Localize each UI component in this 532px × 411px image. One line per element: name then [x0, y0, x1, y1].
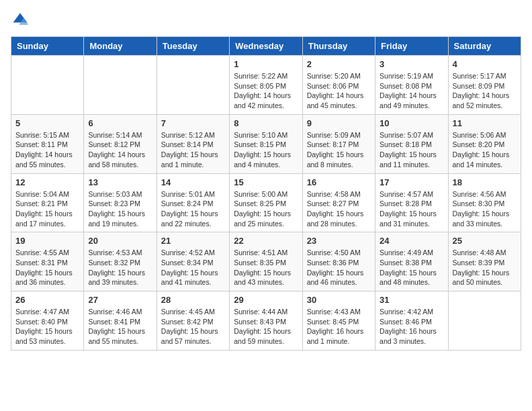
calendar-cell: 24Sunrise: 4:49 AMSunset: 8:38 PMDayligh…: [375, 232, 448, 291]
day-number: 24: [380, 236, 443, 246]
calendar-cell: 5Sunrise: 5:15 AMSunset: 8:11 PMDaylight…: [11, 114, 84, 173]
page-header: [11, 11, 521, 30]
calendar-cell: 4Sunrise: 5:17 AMSunset: 8:09 PMDaylight…: [448, 56, 521, 115]
calendar-cell: 15Sunrise: 5:00 AMSunset: 8:25 PMDayligh…: [230, 173, 302, 232]
day-info: Sunrise: 5:03 AMSunset: 8:23 PMDaylight:…: [88, 189, 152, 229]
day-info: Sunrise: 4:55 AMSunset: 8:31 PMDaylight:…: [15, 248, 79, 287]
logo: [11, 11, 32, 30]
weekday-header: Friday: [375, 37, 448, 56]
calendar: SundayMondayTuesdayWednesdayThursdayFrid…: [11, 36, 521, 351]
day-number: 2: [307, 59, 371, 69]
day-number: 4: [453, 59, 517, 69]
day-info: Sunrise: 5:20 AMSunset: 8:06 PMDaylight:…: [307, 71, 371, 111]
day-info: Sunrise: 4:50 AMSunset: 8:36 PMDaylight:…: [307, 248, 371, 287]
calendar-week-row: 1Sunrise: 5:22 AMSunset: 8:05 PMDaylight…: [11, 56, 521, 115]
day-number: 10: [380, 118, 443, 128]
day-number: 9: [307, 118, 371, 128]
day-info: Sunrise: 4:49 AMSunset: 8:38 PMDaylight:…: [380, 248, 443, 287]
day-info: Sunrise: 4:52 AMSunset: 8:34 PMDaylight:…: [161, 248, 225, 287]
day-number: 18: [453, 177, 517, 187]
day-info: Sunrise: 4:57 AMSunset: 8:28 PMDaylight:…: [380, 189, 443, 229]
weekday-header: Thursday: [302, 37, 375, 56]
day-info: Sunrise: 4:53 AMSunset: 8:32 PMDaylight:…: [88, 248, 152, 287]
day-number: 29: [234, 295, 298, 305]
calendar-cell: 17Sunrise: 4:57 AMSunset: 8:28 PMDayligh…: [375, 173, 448, 232]
calendar-cell: 18Sunrise: 4:56 AMSunset: 8:30 PMDayligh…: [448, 173, 521, 232]
day-number: 3: [380, 59, 443, 69]
day-number: 27: [88, 295, 152, 305]
day-number: 17: [380, 177, 443, 187]
day-number: 30: [307, 295, 371, 305]
calendar-cell: 6Sunrise: 5:14 AMSunset: 8:12 PMDaylight…: [84, 114, 157, 173]
calendar-cell: 21Sunrise: 4:52 AMSunset: 8:34 PMDayligh…: [157, 232, 229, 291]
calendar-cell: 14Sunrise: 5:01 AMSunset: 8:24 PMDayligh…: [157, 173, 229, 232]
day-number: 8: [234, 118, 298, 128]
day-number: 7: [161, 118, 225, 128]
day-info: Sunrise: 4:42 AMSunset: 8:46 PMDaylight:…: [380, 307, 443, 347]
day-number: 13: [88, 177, 152, 187]
day-number: 20: [88, 236, 152, 246]
calendar-week-row: 26Sunrise: 4:47 AMSunset: 8:40 PMDayligh…: [11, 291, 521, 351]
day-number: 12: [15, 177, 79, 187]
day-info: Sunrise: 5:00 AMSunset: 8:25 PMDaylight:…: [234, 189, 298, 229]
calendar-header-row: SundayMondayTuesdayWednesdayThursdayFrid…: [11, 37, 521, 56]
calendar-cell: 2Sunrise: 5:20 AMSunset: 8:06 PMDaylight…: [302, 56, 375, 115]
calendar-cell: 29Sunrise: 4:44 AMSunset: 8:43 PMDayligh…: [230, 291, 302, 351]
weekday-header: Tuesday: [157, 37, 229, 56]
day-info: Sunrise: 5:15 AMSunset: 8:11 PMDaylight:…: [15, 130, 79, 170]
day-info: Sunrise: 5:09 AMSunset: 8:17 PMDaylight:…: [307, 130, 371, 170]
day-info: Sunrise: 4:44 AMSunset: 8:43 PMDaylight:…: [234, 307, 298, 347]
logo-icon: [11, 11, 30, 30]
calendar-cell: 1Sunrise: 5:22 AMSunset: 8:05 PMDaylight…: [230, 56, 302, 115]
day-number: 26: [15, 295, 79, 305]
calendar-cell: 12Sunrise: 5:04 AMSunset: 8:21 PMDayligh…: [11, 173, 84, 232]
day-info: Sunrise: 5:22 AMSunset: 8:05 PMDaylight:…: [234, 71, 298, 111]
day-info: Sunrise: 5:10 AMSunset: 8:15 PMDaylight:…: [234, 130, 298, 170]
day-number: 31: [380, 295, 443, 305]
calendar-cell: [157, 56, 229, 115]
day-info: Sunrise: 5:14 AMSunset: 8:12 PMDaylight:…: [88, 130, 152, 170]
calendar-cell: 28Sunrise: 4:45 AMSunset: 8:42 PMDayligh…: [157, 291, 229, 351]
day-info: Sunrise: 4:58 AMSunset: 8:27 PMDaylight:…: [307, 189, 371, 229]
calendar-cell: 8Sunrise: 5:10 AMSunset: 8:15 PMDaylight…: [230, 114, 302, 173]
day-number: 28: [161, 295, 225, 305]
day-info: Sunrise: 5:06 AMSunset: 8:20 PMDaylight:…: [453, 130, 517, 170]
calendar-cell: 19Sunrise: 4:55 AMSunset: 8:31 PMDayligh…: [11, 232, 84, 291]
calendar-cell: 7Sunrise: 5:12 AMSunset: 8:14 PMDaylight…: [157, 114, 229, 173]
calendar-cell: 23Sunrise: 4:50 AMSunset: 8:36 PMDayligh…: [302, 232, 375, 291]
calendar-cell: 26Sunrise: 4:47 AMSunset: 8:40 PMDayligh…: [11, 291, 84, 351]
day-info: Sunrise: 5:12 AMSunset: 8:14 PMDaylight:…: [161, 130, 225, 170]
calendar-cell: 30Sunrise: 4:43 AMSunset: 8:45 PMDayligh…: [302, 291, 375, 351]
day-info: Sunrise: 4:47 AMSunset: 8:40 PMDaylight:…: [15, 307, 79, 347]
calendar-cell: 31Sunrise: 4:42 AMSunset: 8:46 PMDayligh…: [375, 291, 448, 351]
calendar-cell: [11, 56, 84, 115]
calendar-cell: 9Sunrise: 5:09 AMSunset: 8:17 PMDaylight…: [302, 114, 375, 173]
day-number: 19: [15, 236, 79, 246]
day-info: Sunrise: 4:48 AMSunset: 8:39 PMDaylight:…: [453, 248, 517, 287]
calendar-cell: [84, 56, 157, 115]
day-number: 6: [88, 118, 152, 128]
day-number: 23: [307, 236, 371, 246]
day-info: Sunrise: 4:46 AMSunset: 8:41 PMDaylight:…: [88, 307, 152, 347]
day-number: 25: [453, 236, 517, 246]
weekday-header: Saturday: [448, 37, 521, 56]
day-info: Sunrise: 5:17 AMSunset: 8:09 PMDaylight:…: [453, 71, 517, 111]
day-number: 21: [161, 236, 225, 246]
day-info: Sunrise: 4:43 AMSunset: 8:45 PMDaylight:…: [307, 307, 371, 347]
day-info: Sunrise: 4:51 AMSunset: 8:35 PMDaylight:…: [234, 248, 298, 287]
calendar-week-row: 19Sunrise: 4:55 AMSunset: 8:31 PMDayligh…: [11, 232, 521, 291]
calendar-cell: 10Sunrise: 5:07 AMSunset: 8:18 PMDayligh…: [375, 114, 448, 173]
calendar-cell: 16Sunrise: 4:58 AMSunset: 8:27 PMDayligh…: [302, 173, 375, 232]
calendar-cell: [448, 291, 521, 351]
day-info: Sunrise: 5:04 AMSunset: 8:21 PMDaylight:…: [15, 189, 79, 229]
calendar-cell: 3Sunrise: 5:19 AMSunset: 8:08 PMDaylight…: [375, 56, 448, 115]
day-number: 14: [161, 177, 225, 187]
calendar-cell: 11Sunrise: 5:06 AMSunset: 8:20 PMDayligh…: [448, 114, 521, 173]
day-number: 11: [453, 118, 517, 128]
day-number: 1: [234, 59, 298, 69]
calendar-cell: 25Sunrise: 4:48 AMSunset: 8:39 PMDayligh…: [448, 232, 521, 291]
day-info: Sunrise: 5:07 AMSunset: 8:18 PMDaylight:…: [380, 130, 443, 170]
calendar-cell: 27Sunrise: 4:46 AMSunset: 8:41 PMDayligh…: [84, 291, 157, 351]
day-number: 16: [307, 177, 371, 187]
day-number: 5: [15, 118, 79, 128]
